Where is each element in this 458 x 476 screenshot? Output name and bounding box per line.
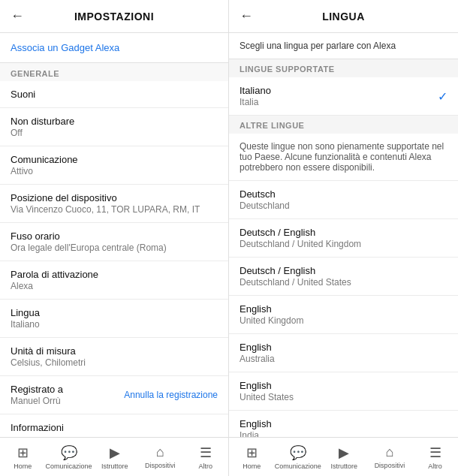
- right-comunicazione-label: Comunicazione: [275, 462, 321, 470]
- deutsch-english-uk-region: Deutschland / United Kingdom: [240, 239, 361, 249]
- left-nav-comunicazione[interactable]: 💬 Comunicazione: [45, 444, 92, 470]
- right-dispositivi-icon: ⌂: [385, 444, 393, 460]
- lang-item-english-us-text: English United States: [240, 380, 294, 402]
- left-bottom-nav: ⊞ Home 💬 Comunicazione ▶ Istruttore ⌂ Di…: [0, 437, 228, 476]
- right-header: ← LINGUA: [229, 0, 458, 33]
- settings-item-informazioni[interactable]: Informazioni: [0, 414, 228, 437]
- settings-item-non-disturbare[interactable]: Non disturbare Off: [0, 108, 228, 146]
- english-in-region: India: [240, 430, 272, 437]
- lang-item-english-au[interactable]: English Australia: [229, 334, 458, 372]
- right-home-label: Home: [243, 462, 261, 470]
- left-comunicazione-icon: 💬: [61, 444, 77, 461]
- annulla-registrazione-link[interactable]: Annulla la registrazione: [124, 390, 218, 400]
- left-header: ← IMPOSTAZIONI: [0, 0, 228, 33]
- left-istruttore-label: Istruttore: [101, 462, 128, 470]
- registrato-label: Registrato a: [11, 384, 63, 395]
- english-us-region: United States: [240, 392, 294, 402]
- left-dispositivi-icon: ⌂: [156, 444, 164, 460]
- deutsch-english-uk-name: Deutsch / English: [240, 227, 361, 238]
- settings-item-fuso-orario[interactable]: Fuso orario Ora legale dell'Europa centr…: [0, 223, 228, 261]
- left-home-icon: ⊞: [17, 444, 29, 461]
- lang-list: LINGUE SUPPORTATE Italiano Italia ✓ ALTR…: [229, 59, 458, 437]
- settings-item-comunicazione[interactable]: Comunicazione Attivo: [0, 146, 228, 185]
- left-home-label: Home: [14, 462, 32, 470]
- right-nav-comunicazione[interactable]: 💬 Comunicazione: [275, 444, 321, 470]
- english-uk-name: English: [240, 303, 303, 315]
- settings-item-lingua[interactable]: Lingua Italiano: [0, 300, 228, 338]
- deutsch-english-us-region: Deutschland / United States: [240, 277, 351, 288]
- lang-item-deutsch-text: Deutsch Deutschland: [240, 188, 290, 211]
- unita-misura-value: Celsius, Chilometri: [11, 357, 218, 368]
- lang-item-english-in-text: English India: [240, 418, 272, 437]
- generale-section-label: GENERALE: [0, 63, 228, 81]
- left-panel: ← IMPOSTAZIONI Associa un Gadget Alexa G…: [0, 0, 229, 476]
- registrato-text-group: Registrato a Manuel Orrù: [11, 384, 63, 406]
- right-back-button[interactable]: ←: [240, 8, 253, 24]
- right-altro-icon: ☰: [429, 444, 441, 461]
- right-home-icon: ⊞: [246, 444, 258, 461]
- right-istruttore-icon: ▶: [339, 444, 349, 461]
- parola-attivazione-value: Alexa: [11, 281, 218, 291]
- deutsch-region: Deutschland: [240, 200, 290, 211]
- settings-item-parola-attivazione[interactable]: Parola di attivazione Alexa: [0, 261, 228, 300]
- fuso-orario-value: Ora legale dell'Europa centrale (Roma): [11, 243, 218, 253]
- italiano-check-icon: ✓: [438, 89, 447, 104]
- right-altro-label: Altro: [428, 462, 442, 470]
- registrato-value: Manuel Orrù: [11, 396, 63, 406]
- lang-item-english-uk-text: English United Kingdom: [240, 303, 303, 326]
- english-au-name: English: [240, 342, 275, 353]
- other-langs-note: Queste lingue non sono pienamente suppor…: [229, 134, 458, 181]
- settings-item-registrato[interactable]: Registrato a Manuel Orrù Annulla la regi…: [0, 376, 228, 414]
- lang-item-italiano[interactable]: Italiano Italia ✓: [229, 77, 458, 116]
- supported-section-label: LINGUE SUPPORTATE: [229, 59, 458, 77]
- english-in-name: English: [240, 418, 272, 429]
- right-nav-istruttore[interactable]: ▶ Istruttore: [321, 444, 367, 470]
- right-bottom-nav: ⊞ Home 💬 Comunicazione ▶ Istruttore ⌂ Di…: [229, 437, 458, 476]
- lang-item-english-au-text: English Australia: [240, 342, 275, 364]
- lingua-value: Italiano: [11, 319, 218, 330]
- unita-misura-label: Unità di misura: [11, 345, 218, 357]
- left-title: IMPOSTAZIONI: [74, 11, 154, 23]
- right-comunicazione-icon: 💬: [290, 444, 306, 461]
- italiano-name: Italiano: [240, 85, 271, 96]
- left-nav-altro[interactable]: ☰ Altro: [183, 444, 228, 470]
- lingua-label: Lingua: [11, 307, 218, 318]
- right-dispositivi-label: Dispositivi: [375, 462, 405, 469]
- left-back-button[interactable]: ←: [11, 8, 24, 24]
- right-nav-altro[interactable]: ☰ Altro: [412, 444, 458, 470]
- settings-item-unita-misura[interactable]: Unità di misura Celsius, Chilometri: [0, 338, 228, 376]
- english-uk-region: United Kingdom: [240, 315, 303, 326]
- non-disturbare-value: Off: [11, 128, 218, 138]
- lang-item-deutsch-english-uk[interactable]: Deutsch / English Deutschland / United K…: [229, 219, 458, 258]
- settings-item-suoni[interactable]: Suoni: [0, 81, 228, 108]
- lang-item-english-uk[interactable]: English United Kingdom: [229, 296, 458, 334]
- informazioni-label: Informazioni: [11, 422, 218, 433]
- other-section-label: ALTRE LINGUE: [229, 116, 458, 134]
- associate-gadget-link[interactable]: Associa un Gadget Alexa: [0, 33, 228, 63]
- right-nav-home[interactable]: ⊞ Home: [229, 444, 275, 470]
- left-nav-home[interactable]: ⊞ Home: [0, 444, 45, 470]
- right-subtitle: Scegli una lingua per parlare con Alexa: [229, 33, 458, 59]
- posizione-label: Posizione del dispositivo: [11, 192, 218, 203]
- lang-item-deutsch-english-us[interactable]: Deutsch / English Deutschland / United S…: [229, 258, 458, 296]
- left-altro-label: Altro: [198, 462, 212, 470]
- parola-attivazione-label: Parola di attivazione: [11, 269, 218, 280]
- comunicazione-value: Attivo: [11, 166, 218, 176]
- lang-item-deutsch-english-us-text: Deutsch / English Deutschland / United S…: [240, 265, 351, 288]
- right-nav-dispositivi[interactable]: ⌂ Dispositivi: [367, 444, 413, 469]
- fuso-orario-label: Fuso orario: [11, 230, 218, 242]
- left-istruttore-icon: ▶: [110, 444, 120, 461]
- lang-item-english-in[interactable]: English India: [229, 411, 458, 437]
- left-nav-dispositivi[interactable]: ⌂ Dispositivi: [137, 444, 182, 469]
- left-nav-istruttore[interactable]: ▶ Istruttore: [92, 444, 137, 470]
- lang-item-english-us[interactable]: English United States: [229, 372, 458, 411]
- non-disturbare-label: Non disturbare: [11, 116, 218, 127]
- right-panel: ← LINGUA Scegli una lingua per parlare c…: [229, 0, 458, 476]
- right-istruttore-label: Istruttore: [330, 462, 357, 470]
- lang-item-deutsch-english-uk-text: Deutsch / English Deutschland / United K…: [240, 227, 361, 249]
- left-altro-icon: ☰: [200, 444, 212, 461]
- english-us-name: English: [240, 380, 294, 391]
- lang-item-deutsch[interactable]: Deutsch Deutschland: [229, 181, 458, 219]
- settings-item-posizione[interactable]: Posizione del dispositivo Via Vincenzo C…: [0, 185, 228, 223]
- left-dispositivi-label: Dispositivi: [145, 462, 176, 469]
